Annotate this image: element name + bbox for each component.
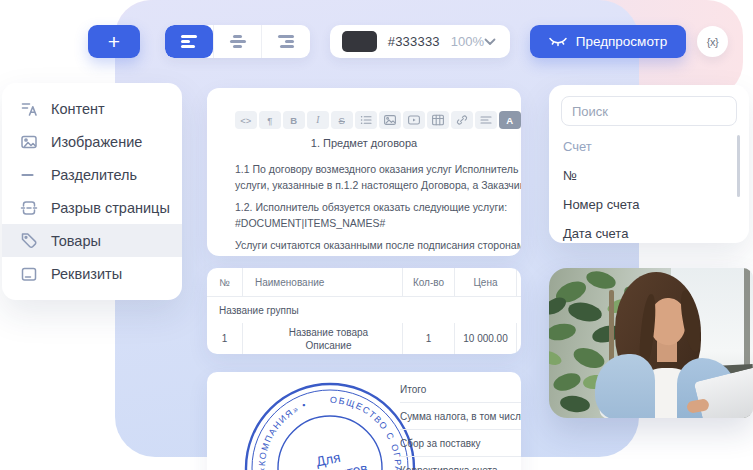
insert-image-icon[interactable]: [379, 111, 401, 129]
image-icon: [20, 133, 38, 151]
preview-button-label: Предпросмотр: [576, 34, 668, 49]
total-row-delivery-fee: Сбор за поставку: [400, 430, 521, 457]
variables-group-label: Счет: [549, 132, 749, 161]
sidebar-item-label: Контент: [51, 101, 105, 117]
cell-num: 1: [207, 323, 243, 354]
variables-dropdown-panel: Счет № Номер счета Дата счета: [549, 85, 749, 243]
total-row-itogo: Итого: [400, 376, 521, 403]
sidebar-item-image[interactable]: Изображение: [2, 125, 182, 158]
align-left-button[interactable]: [165, 25, 213, 58]
align-right-icon: [278, 35, 294, 47]
totals-card: ОБЩЕСТВО С ОГРАНИЧЕННОЙ ОТВЕТСТВЕННОСТЬЮ…: [207, 372, 521, 470]
clause-line: 1.2. Исполнитель обязуется оказать следу…: [235, 199, 521, 215]
align-left-icon: [181, 35, 197, 47]
sidebar-item-label: Изображение: [51, 134, 142, 150]
header-price: Цена: [455, 268, 517, 296]
sidebar-item-page-break[interactable]: Разрыв страницы: [2, 191, 182, 224]
scrollbar-thumb[interactable]: [737, 135, 740, 197]
search-input[interactable]: [561, 96, 737, 126]
align-right-button[interactable]: [261, 25, 310, 58]
code-icon[interactable]: <>: [235, 111, 257, 129]
link-icon[interactable]: [451, 111, 473, 129]
header-num: №: [207, 268, 243, 296]
totals-list: Итого Сумма налога, в том числе НДС Сбор…: [400, 376, 521, 470]
plus-icon: +: [108, 31, 120, 52]
insert-table-icon[interactable]: [427, 111, 449, 129]
text-color-control[interactable]: #333333 100%: [330, 25, 510, 58]
header-name: Наименование: [243, 268, 403, 296]
cell-name: Название товара Описание: [243, 323, 403, 354]
sidebar-item-label: Товары: [51, 233, 101, 249]
content-icon: [20, 100, 38, 118]
paragraph-icon[interactable]: ¶: [259, 111, 281, 129]
document-heading: 1. Предмет договора: [207, 137, 521, 149]
sidebar-item-products[interactable]: Товары: [2, 224, 182, 257]
sidebar-item-label: Разрыв страницы: [51, 200, 170, 216]
clause-line: 1.1 По договору возмездного оказания усл…: [235, 161, 521, 177]
align-center-button[interactable]: [213, 25, 262, 58]
cell-qty: 1: [403, 323, 455, 354]
clause-line: Услуги считаются оказанными после подпис…: [235, 237, 521, 253]
variable-placeholder-line: #DOCUMENT|ITEMS_NAMES#: [235, 215, 521, 231]
opacity-value: 100%: [451, 34, 484, 49]
clause-line: услуги, указанные в п.1.2 настоящего Дог…: [235, 177, 521, 193]
total-row-tax: Сумма налога, в том числе НДС: [400, 403, 521, 430]
sidebar-item-label: Реквизиты: [51, 266, 122, 282]
insert-video-icon[interactable]: [403, 111, 425, 129]
document-body-text: 1.1 По договору возмездного оказания усл…: [235, 161, 521, 253]
align-text-icon[interactable]: [475, 111, 497, 129]
variable-item-number-sign[interactable]: №: [549, 161, 749, 190]
italic-icon[interactable]: I: [307, 111, 329, 129]
align-center-icon: [230, 35, 246, 47]
product-name: Название товара: [289, 326, 368, 339]
sidebar-item-content[interactable]: Контент: [2, 92, 182, 125]
list-icon[interactable]: [355, 111, 377, 129]
items-table-card: № Наименование Кол-во Цена Название груп…: [207, 268, 521, 354]
divider-icon: [20, 166, 38, 184]
company-stamp: ОБЩЕСТВО С ОГРАНИЧЕННОЙ ОТВЕТСТВЕННОСТЬЮ…: [242, 380, 418, 470]
sidebar-item-divider[interactable]: Разделитель: [2, 158, 182, 191]
sidebar-item-requisites[interactable]: Реквизиты: [2, 257, 182, 290]
eye-closed-icon: [549, 36, 567, 47]
table-row[interactable]: 1 Название товара Описание 1 10 000.00: [207, 323, 521, 354]
bold-icon[interactable]: B: [283, 111, 305, 129]
color-hex-value: #333333: [388, 34, 440, 49]
office-photo: [549, 268, 753, 418]
variable-item-invoice-date[interactable]: Дата счета: [549, 219, 749, 248]
table-header-row: № Наименование Кол-во Цена: [207, 268, 521, 297]
alignment-button-group: [165, 25, 310, 58]
strikethrough-icon[interactable]: S: [331, 111, 353, 129]
requisites-icon: [20, 265, 38, 283]
editor-toolbar: <> ¶ B I S A: [235, 111, 521, 129]
sidebar-item-label: Разделитель: [51, 167, 137, 183]
variables-list: Счет № Номер счета Дата счета: [549, 132, 749, 248]
tag-icon: [20, 232, 38, 250]
text-style-icon[interactable]: A: [499, 111, 521, 129]
preview-button[interactable]: Предпросмотр: [530, 25, 686, 58]
product-description: Описание: [305, 339, 351, 352]
photo-blazer-left: [595, 354, 655, 418]
color-swatch: [342, 31, 377, 52]
variables-button[interactable]: {x}: [697, 26, 728, 57]
add-block-button[interactable]: +: [88, 25, 140, 58]
blocks-sidebar: Контент Изображение Разделитель Разрыв с…: [2, 83, 182, 300]
variable-x-icon: {x}: [707, 36, 718, 48]
header-qty: Кол-во: [403, 268, 455, 296]
total-row-correction: Корректировка счета: [400, 457, 521, 470]
chevron-down-icon: [484, 38, 496, 46]
variable-item-invoice-number[interactable]: Номер счета: [549, 190, 749, 219]
group-row[interactable]: Название группы: [207, 297, 521, 323]
cell-price: 10 000.00: [455, 323, 517, 354]
text-editor-card: <> ¶ B I S A 1. Предмет договора 1.1 По …: [207, 88, 521, 256]
page-break-icon: [20, 199, 38, 217]
